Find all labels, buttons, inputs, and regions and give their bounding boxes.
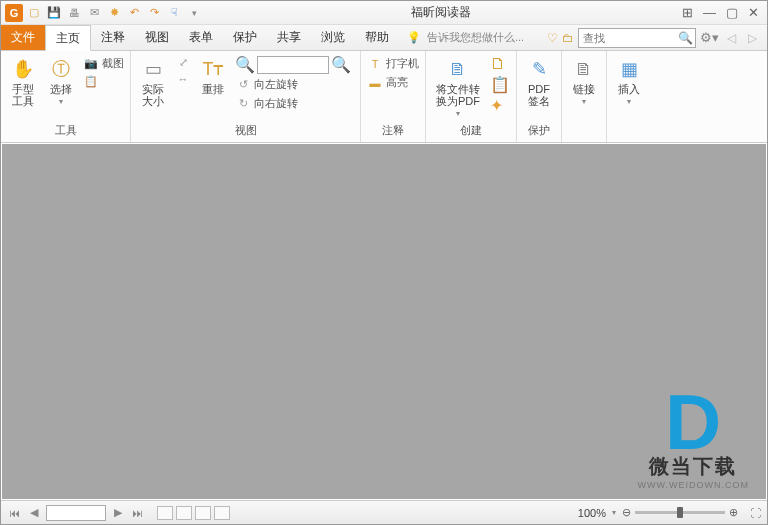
clipboard-icon: 📋 [83,75,99,88]
pen-icon: ✎ [527,57,551,81]
chevron-down-icon: ▾ [627,97,631,106]
link-button[interactable]: 🗎 链接 ▾ [568,55,600,108]
actual-size-button[interactable]: ▭ 实际 大小 [137,55,169,109]
maximize-icon[interactable]: ▢ [726,5,738,20]
tab-browse[interactable]: 浏览 [311,25,355,50]
view-single-icon[interactable] [157,506,173,520]
hand-icon: ✋ [11,57,35,81]
app-logo-icon: G [5,4,23,22]
open-icon[interactable]: ▢ [25,4,43,22]
email-icon[interactable]: ✉ [85,4,103,22]
gear-icon[interactable]: ⚙▾ [700,30,719,45]
tab-home[interactable]: 主页 [45,25,91,51]
group-tools-label: 工具 [7,121,124,140]
quick-access-toolbar: G ▢ 💾 🖶 ✉ ✸ ↶ ↷ ☟ ▾ [1,4,207,22]
app-title: 福昕阅读器 [207,4,674,21]
rotl-icon: ↺ [235,78,251,91]
reflow-button[interactable]: Tᴛ 重排 [197,55,229,97]
view-mode-buttons [157,506,230,520]
topdf-icon: 🗎 [446,57,470,81]
tab-share[interactable]: 共享 [267,25,311,50]
highlight-icon: ▬ [367,77,383,89]
blank-pdf-icon[interactable]: 🗋 [490,55,510,73]
chevron-down-icon: ▾ [582,97,586,106]
prev-page-icon[interactable]: ◀ [28,506,40,519]
tab-form[interactable]: 表单 [179,25,223,50]
from-clip-icon[interactable]: 📋 [490,75,510,94]
from-scan-icon[interactable]: ✦ [490,96,510,115]
select-tool-button[interactable]: Ⓣ 选择 ▾ [45,55,77,108]
close-icon[interactable]: ✕ [748,5,759,20]
rotate-left-button[interactable]: ↺向左旋转 [235,76,351,93]
prev-arrow-icon[interactable]: ◁ [723,31,740,45]
search-box[interactable]: 🔍 [578,28,696,48]
group-view-label: 视图 [137,121,354,140]
zoom-slider[interactable]: ⊖ ⊕ [622,506,738,519]
zoom-out-icon[interactable]: 🔍 [235,55,255,74]
zoom-plus-icon[interactable]: ⊕ [729,506,738,519]
group-annot-label: 注释 [367,121,419,140]
last-page-icon[interactable]: ⏭ [130,507,145,519]
undo-icon[interactable]: ↶ [125,4,143,22]
screenshot-button[interactable]: 📷截图 [83,55,124,72]
convert-to-pdf-button[interactable]: 🗎 将文件转 换为PDF ▾ [432,55,484,120]
statusbar: ⏮ ◀ ▶ ⏭ 100% ▾ ⊖ ⊕ ⛶ [1,500,767,524]
zoom-percent[interactable]: 100% [578,507,606,519]
view-facing-icon[interactable] [195,506,211,520]
group-tools: ✋ 手型 工具 Ⓣ 选择 ▾ 📷截图 📋 工具 [1,51,131,142]
insert-button[interactable]: ▦ 插入 ▾ [613,55,645,108]
qat-dropdown-icon[interactable]: ▾ [185,4,203,22]
search-input[interactable] [579,32,675,44]
chevron-down-icon[interactable]: ▾ [612,508,616,517]
zoom-combo[interactable]: 🔍 🔍 [235,55,351,74]
new-icon[interactable]: ✸ [105,4,123,22]
tools-small: 📷截图 📋 [83,55,124,89]
next-page-icon[interactable]: ▶ [112,506,124,519]
clipboard-button[interactable]: 📋 [83,74,124,89]
fit-width-button[interactable]: ↔ [175,72,191,86]
insert-icon: ▦ [617,57,641,81]
page-number-input[interactable] [46,505,106,521]
pdf-sign-button[interactable]: ✎ PDF 签名 [523,55,555,109]
typewriter-icon: T [367,58,383,70]
tab-file[interactable]: 文件 [1,25,45,50]
tab-help[interactable]: 帮助 [355,25,399,50]
zoom-in-icon[interactable]: 🔍 [331,55,351,74]
first-page-icon[interactable]: ⏮ [7,507,22,519]
print-icon[interactable]: 🖶 [65,4,83,22]
view-continuous-icon[interactable] [176,506,192,520]
cursor-icon[interactable]: ☟ [165,4,183,22]
save-icon[interactable]: 💾 [45,4,63,22]
tab-protect[interactable]: 保护 [223,25,267,50]
tell-me-text: 告诉我您想做什么... [427,30,524,45]
zoom-thumb[interactable] [677,507,683,518]
fullscreen-icon[interactable]: ⛶ [744,507,761,519]
view-contfacing-icon[interactable] [214,506,230,520]
fit-page-button[interactable]: ⤢ [175,55,191,70]
highlight-button[interactable]: ▬高亮 [367,74,419,91]
group-link: 🗎 链接 ▾ [562,51,607,142]
tell-me-hint[interactable]: 💡 告诉我您想做什么... [399,25,541,50]
zoom-track[interactable] [635,511,725,514]
zoom-minus-icon[interactable]: ⊖ [622,506,631,519]
zoom-value-input[interactable] [257,56,329,74]
rotate-right-button[interactable]: ↻向右旋转 [235,95,351,112]
folder-search-icon[interactable]: 🗀 [562,31,574,45]
group-protect-label: 保护 [523,121,555,140]
page-icon: ▭ [141,57,165,81]
titlebar: G ▢ 💾 🖶 ✉ ✸ ↶ ↷ ☟ ▾ 福昕阅读器 ⊞ ― ▢ ✕ [1,1,767,25]
tab-annot[interactable]: 注释 [91,25,135,50]
minimize-icon[interactable]: ― [703,5,716,20]
document-canvas[interactable] [2,144,766,499]
next-arrow-icon[interactable]: ▷ [744,31,761,45]
search-icon[interactable]: 🔍 [675,31,695,45]
heart-icon[interactable]: ♡ [547,31,558,45]
bulb-icon: 💡 [407,31,421,44]
fitw-icon: ↔ [175,73,191,85]
redo-icon[interactable]: ↷ [145,4,163,22]
typewriter-button[interactable]: T打字机 [367,55,419,72]
ribbon-toggle-icon[interactable]: ⊞ [682,5,693,20]
hand-tool-button[interactable]: ✋ 手型 工具 [7,55,39,109]
link-icon: 🗎 [572,57,596,81]
tab-view[interactable]: 视图 [135,25,179,50]
